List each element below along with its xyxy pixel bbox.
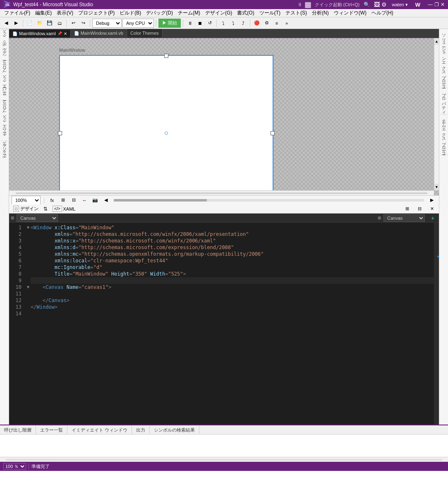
collapse-btn-1[interactable]: ▼ bbox=[26, 224, 31, 231]
xaml-add-button[interactable]: + bbox=[428, 214, 437, 223]
start-debug-button[interactable]: ▶ 開始 bbox=[158, 19, 181, 28]
view-panel-expand2[interactable]: ⊟ bbox=[415, 204, 424, 214]
resize-handle-left[interactable] bbox=[58, 131, 62, 135]
bottom-tab-symbol-search[interactable]: シンボルの検索結果 bbox=[150, 426, 199, 434]
design-label: デザイン bbox=[20, 206, 38, 212]
menu-analyze[interactable]: 分析(N) bbox=[309, 9, 331, 17]
tb-step-out-button[interactable]: ⤴ bbox=[239, 19, 248, 28]
tb-restart-button[interactable]: ↺ bbox=[205, 19, 214, 28]
resize-handle-right[interactable] bbox=[271, 131, 275, 135]
close-button[interactable]: ✕ bbox=[441, 2, 445, 7]
resize-handle-top[interactable] bbox=[164, 54, 168, 58]
tb-back-button[interactable]: ◀ bbox=[2, 19, 11, 28]
code-line-12: 12 </Canvas> bbox=[9, 297, 439, 304]
line-content-11 bbox=[31, 290, 439, 297]
sidebar-server-explorer[interactable]: サーバーエクスプローラー bbox=[1, 60, 8, 101]
restore-button[interactable]: ❐ bbox=[434, 2, 439, 7]
menu-help[interactable]: ヘルプ(H) bbox=[369, 9, 396, 17]
resize-handle-center[interactable] bbox=[165, 132, 168, 135]
tb-step-into-button[interactable]: ⤵ bbox=[229, 19, 238, 28]
sidebar-team-explorer-right[interactable]: チームエクスプローラー bbox=[440, 115, 448, 155]
cpu-target-combo[interactable]: Any CPU x86 x64 bbox=[122, 19, 154, 28]
svg-text:VS: VS bbox=[5, 3, 10, 7]
menu-build[interactable]: ビルド(B) bbox=[117, 9, 144, 17]
tb-open-button[interactable]: 📁 bbox=[35, 19, 44, 28]
tab-color-themes[interactable]: Color Themes bbox=[127, 29, 163, 37]
line-number-2: 2 bbox=[9, 231, 26, 238]
tab-main-window-xaml[interactable]: 📄 MainWindow.xaml 📌 ✕ bbox=[9, 29, 71, 37]
tb-new-button[interactable]: 📄 bbox=[25, 19, 34, 28]
scroll-right-button[interactable]: ▶ bbox=[427, 196, 436, 205]
bottom-tab-call-hierarchy[interactable]: 呼び出し階層 bbox=[0, 426, 36, 434]
designer-area: MainWindow ▲ ▼ bbox=[9, 38, 439, 195]
tb-redo-button[interactable]: ↪ bbox=[79, 19, 88, 28]
zoom-select[interactable]: 100% 50% 150% 200% bbox=[12, 196, 41, 205]
sidebar-properties[interactable]: プロパティ bbox=[440, 88, 448, 115]
menu-test[interactable]: テスト(S) bbox=[283, 9, 309, 17]
designer-vertical-scrollbar[interactable]: ▲ ▼ bbox=[434, 38, 439, 190]
xaml-line-indicator bbox=[434, 223, 439, 425]
debug-config-combo[interactable]: Debug Release bbox=[92, 19, 122, 28]
menu-tools[interactable]: ツール(T) bbox=[257, 9, 283, 17]
view-panel-close[interactable]: ✕ bbox=[427, 204, 436, 214]
function-mode-button[interactable]: fx bbox=[48, 196, 57, 205]
menu-design[interactable]: デザイン(G) bbox=[203, 9, 235, 17]
grid-view2-button[interactable]: ⊟ bbox=[69, 196, 78, 205]
zoom-scrollbar[interactable] bbox=[114, 199, 424, 202]
sidebar-toolbox[interactable]: ツールボックス bbox=[1, 29, 8, 60]
designer-horizontal-scrollbar[interactable] bbox=[9, 190, 434, 195]
collapse-btn-10[interactable]: ▼ bbox=[26, 284, 31, 290]
designer-canvas[interactable]: MainWindow bbox=[9, 38, 439, 195]
view-panel-expand1[interactable]: ⊞ bbox=[402, 204, 412, 214]
tb-bp2-button[interactable]: ⚙ bbox=[262, 19, 271, 28]
status-zoom-combo[interactable]: 100 ％ 75 ％ 150 ％ bbox=[3, 463, 26, 470]
toggle-arrow-icon[interactable]: ⇅ bbox=[43, 206, 48, 212]
menu-view[interactable]: 表示(V) bbox=[54, 9, 76, 17]
menu-debug[interactable]: デバッグ(D) bbox=[144, 9, 175, 17]
bottom-content-area bbox=[0, 434, 448, 457]
menu-bar: ファイル(F) 編集(E) 表示(V) プロジェクト(P) ビルド(B) デバッ… bbox=[0, 9, 448, 17]
menu-format[interactable]: 書式(O) bbox=[235, 9, 256, 17]
sidebar-team-explorer-left[interactable]: チームエクスプローラー bbox=[1, 101, 8, 141]
xaml-view-button[interactable]: </> XAML bbox=[51, 205, 77, 213]
line-content-13: </Window> bbox=[31, 304, 439, 310]
grid-view-button[interactable]: ⊞ bbox=[58, 196, 67, 205]
tb-bp3-button[interactable]: ≡ bbox=[272, 19, 281, 28]
bottom-horizontal-scroll[interactable] bbox=[0, 457, 448, 462]
tb-bp1-button[interactable]: 🔴 bbox=[252, 19, 261, 28]
title-text: Wpf_test44 - Microsoft Visual Studio bbox=[13, 2, 93, 7]
menu-team[interactable]: チーム(M) bbox=[175, 9, 203, 17]
design-view-icon: □ bbox=[13, 206, 19, 212]
fit-button[interactable]: ↔ bbox=[80, 196, 89, 205]
menu-file[interactable]: ファイル(F) bbox=[2, 9, 33, 17]
sidebar-data-sources[interactable]: データソース bbox=[1, 141, 8, 163]
xaml-type-combo[interactable]: Canvas Window bbox=[17, 214, 58, 222]
tb-attach-button[interactable]: ⏸ bbox=[185, 19, 194, 28]
bottom-tab-output[interactable]: 出力 bbox=[132, 426, 150, 434]
code-line-7: 7 mc:Ignorable="d" bbox=[9, 264, 439, 271]
design-view-button[interactable]: □ デザイン bbox=[12, 205, 40, 213]
menu-project[interactable]: プロジェクト(P) bbox=[76, 9, 117, 17]
bottom-tabs: 呼び出し階層 エラー一覧 イミディエイト ウィンドウ 出力 シンボルの検索結果 bbox=[0, 425, 448, 434]
xaml-member-combo[interactable]: Canvas bbox=[383, 214, 425, 222]
menu-edit[interactable]: 編集(E) bbox=[33, 9, 54, 17]
tb-save-all-button[interactable]: 🗂 bbox=[55, 19, 64, 28]
tb-forward-button[interactable]: ▶ bbox=[12, 19, 21, 28]
tb-undo-button[interactable]: ↩ bbox=[69, 19, 78, 28]
tb-step-over-button[interactable]: ⤵ bbox=[219, 19, 228, 28]
designer-window-inner[interactable] bbox=[59, 55, 273, 195]
tb-extra-button[interactable]: » bbox=[282, 19, 291, 28]
line-number-10: 10 bbox=[9, 284, 26, 290]
bottom-tab-error-list[interactable]: エラー一覧 bbox=[36, 426, 67, 434]
minimize-button[interactable]: — bbox=[428, 2, 433, 7]
tab-close-icon[interactable]: ✕ bbox=[64, 31, 67, 36]
scroll-left-button[interactable]: ◀ bbox=[101, 196, 110, 205]
vs-logo-icon: VS bbox=[3, 0, 11, 9]
sidebar-solution-explorer[interactable]: ソリューションエクスプローラー bbox=[440, 29, 448, 88]
snap-button[interactable]: 📷 bbox=[91, 196, 100, 205]
tb-save-button[interactable]: 💾 bbox=[45, 19, 54, 28]
tab-main-window-xaml-vb[interactable]: 📄 MainWindow.xaml.vb bbox=[71, 29, 127, 37]
tb-stop-button[interactable]: ⏹ bbox=[195, 19, 204, 28]
menu-window[interactable]: ウィンドウ(W) bbox=[331, 9, 369, 17]
bottom-tab-immediate-window[interactable]: イミディエイト ウィンドウ bbox=[67, 426, 132, 434]
